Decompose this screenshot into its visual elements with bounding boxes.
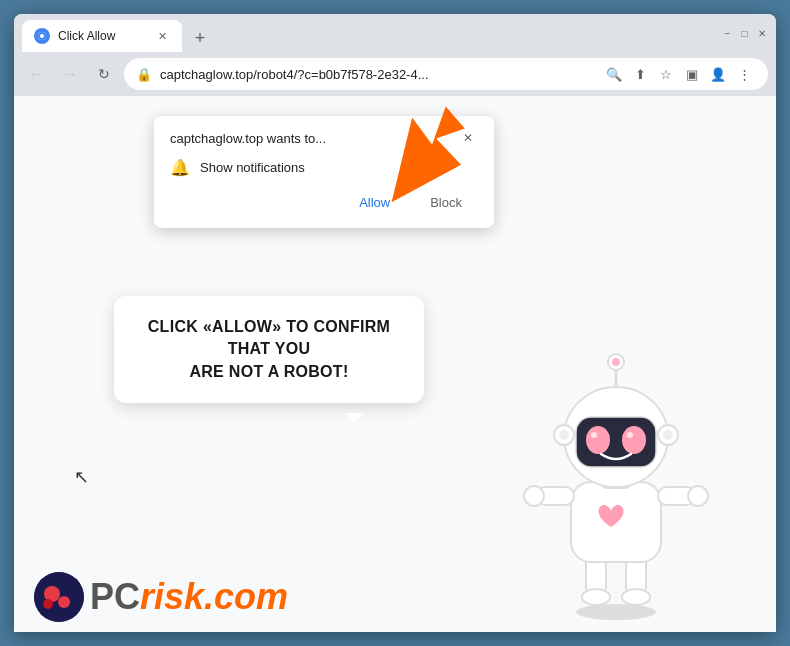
pcrisk-icon bbox=[34, 572, 84, 622]
speech-line2: ARE NOT A ROBOT! bbox=[189, 363, 348, 380]
risk-text: risk bbox=[140, 576, 204, 617]
content-area: captchaglow.top wants to... ✕ 🔔 Show not… bbox=[14, 96, 776, 632]
svg-point-5 bbox=[582, 589, 610, 605]
active-tab[interactable]: Click Allow ✕ bbox=[22, 20, 182, 52]
mouse-cursor-icon: ↖ bbox=[74, 466, 89, 488]
lock-icon: 🔒 bbox=[136, 67, 152, 82]
svg-marker-1 bbox=[377, 104, 475, 202]
bookmark-icon[interactable]: ☆ bbox=[654, 62, 678, 86]
svg-point-15 bbox=[586, 426, 610, 454]
pcrisk-logo: PCrisk.com bbox=[34, 572, 288, 622]
share-icon[interactable]: ⬆ bbox=[628, 62, 652, 86]
speech-line1: CLICK «ALLOW» TO CONFIRM THAT YOU bbox=[148, 318, 390, 357]
tab-close-button[interactable]: ✕ bbox=[154, 28, 170, 44]
svg-point-17 bbox=[591, 432, 597, 438]
pointing-arrow-icon bbox=[364, 96, 484, 216]
minimize-button[interactable]: − bbox=[721, 27, 734, 40]
address-text: captchaglow.top/robot4/?c=b0b7f578-2e32-… bbox=[160, 67, 594, 82]
maximize-button[interactable]: □ bbox=[738, 27, 751, 40]
profile-icon[interactable]: 👤 bbox=[706, 62, 730, 86]
address-actions: 🔍 ⬆ ☆ ▣ 👤 ⋮ bbox=[602, 62, 756, 86]
show-notifications-text: Show notifications bbox=[200, 160, 305, 175]
svg-point-28 bbox=[58, 596, 70, 608]
forward-button[interactable]: → bbox=[56, 60, 84, 88]
search-icon[interactable]: 🔍 bbox=[602, 62, 626, 86]
svg-point-11 bbox=[688, 486, 708, 506]
bell-icon: 🔔 bbox=[170, 158, 190, 177]
toolbar: ← → ↻ 🔒 captchaglow.top/robot4/?c=b0b7f5… bbox=[14, 52, 776, 96]
speech-bubble: CLICK «ALLOW» TO CONFIRM THAT YOU ARE NO… bbox=[114, 296, 424, 403]
robot-icon bbox=[516, 342, 716, 622]
speech-text: CLICK «ALLOW» TO CONFIRM THAT YOU ARE NO… bbox=[142, 316, 396, 383]
extensions-icon[interactable]: ▣ bbox=[680, 62, 704, 86]
tab-title: Click Allow bbox=[58, 29, 146, 43]
svg-point-29 bbox=[43, 599, 53, 609]
domain-text: .com bbox=[204, 576, 288, 617]
arrow-container bbox=[364, 96, 484, 220]
refresh-button[interactable]: ↻ bbox=[90, 60, 118, 88]
title-bar: Click Allow ✕ + − □ ✕ bbox=[14, 14, 776, 52]
svg-point-25 bbox=[663, 430, 673, 440]
svg-point-6 bbox=[622, 589, 650, 605]
pcrisk-logo-icon bbox=[34, 572, 84, 622]
robot-container bbox=[516, 342, 716, 622]
svg-point-21 bbox=[612, 358, 620, 366]
svg-point-10 bbox=[524, 486, 544, 506]
tab-favicon-icon bbox=[34, 28, 50, 44]
svg-point-16 bbox=[622, 426, 646, 454]
window-controls: − □ ✕ bbox=[721, 27, 768, 40]
svg-point-18 bbox=[627, 432, 633, 438]
svg-point-2 bbox=[576, 604, 656, 620]
browser-window: Click Allow ✕ + − □ ✕ ← → ↻ 🔒 captchaglo… bbox=[14, 14, 776, 632]
new-tab-button[interactable]: + bbox=[186, 24, 214, 52]
back-button[interactable]: ← bbox=[22, 60, 50, 88]
svg-point-24 bbox=[559, 430, 569, 440]
tab-area: Click Allow ✕ + bbox=[22, 14, 709, 52]
popup-site-text: captchaglow.top wants to... bbox=[170, 131, 326, 146]
close-button[interactable]: ✕ bbox=[755, 27, 768, 40]
pc-text: PC bbox=[90, 576, 140, 617]
pcrisk-text: PCrisk.com bbox=[90, 576, 288, 618]
address-bar[interactable]: 🔒 captchaglow.top/robot4/?c=b0b7f578-2e3… bbox=[124, 58, 768, 90]
menu-icon[interactable]: ⋮ bbox=[732, 62, 756, 86]
